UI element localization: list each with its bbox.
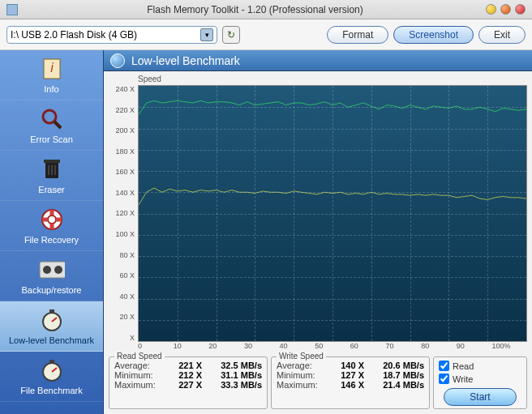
panel-title: Low-level Benchmark xyxy=(131,54,240,67)
refresh-icon: ↻ xyxy=(227,29,235,41)
exit-button[interactable]: Exit xyxy=(478,26,526,44)
label: Maximum: xyxy=(114,380,160,390)
screenshot-label: Screenshot xyxy=(409,29,458,41)
lifebuoy-icon xyxy=(39,207,65,233)
options-box: Read Write Start xyxy=(433,356,527,409)
read-checkbox-input[interactable] xyxy=(439,361,449,371)
svg-rect-15 xyxy=(49,309,54,313)
titlebar: Flash Memory Toolkit - 1.20 (Professiona… xyxy=(0,0,532,19)
svg-point-2 xyxy=(43,110,56,123)
content: i Info Error Scan Eraser File xyxy=(0,50,532,414)
format-label: Format xyxy=(342,29,373,41)
drive-select[interactable]: I:\ USB 2.0 Flash Disk (4 GB) ▾ xyxy=(6,26,217,44)
x-axis: 0102030405060708090100% xyxy=(138,342,527,353)
svg-point-10 xyxy=(48,216,56,224)
main-panel: Low-level Benchmark Speed 240 X220 X200 … xyxy=(104,50,532,414)
trash-icon xyxy=(39,156,65,182)
app-icon xyxy=(6,4,18,15)
svg-point-12 xyxy=(43,266,51,274)
value: 212 X xyxy=(168,370,202,380)
minimize-button[interactable] xyxy=(486,4,496,15)
sidebar-item-eraser[interactable]: Eraser xyxy=(0,151,103,201)
read-legend: Read Speed xyxy=(114,352,165,361)
write-legend: Write Speed xyxy=(277,352,326,361)
value: 31.1 MB/s xyxy=(210,370,262,380)
chart-area: Speed 240 X220 X200 X180 X160 X140 X120 … xyxy=(104,71,532,355)
sidebar-item-label: Backup/restore xyxy=(22,285,82,295)
chart: 240 X220 X200 X180 X160 X140 X120 X100 X… xyxy=(109,85,527,342)
drive-select-value: I:\ USB 2.0 Flash Disk (4 GB) xyxy=(11,29,137,41)
toolbar: I:\ USB 2.0 Flash Disk (4 GB) ▾ ↻ Format… xyxy=(0,19,532,50)
stopwatch-icon xyxy=(110,53,125,68)
window-title: Flash Memory Toolkit - 1.20 (Professiona… xyxy=(24,4,486,15)
svg-point-13 xyxy=(54,266,62,274)
close-button[interactable] xyxy=(515,4,526,15)
label: Average: xyxy=(277,361,322,370)
tape-icon xyxy=(39,257,65,283)
sidebar-item-backup[interactable]: Backup/restore xyxy=(0,251,103,301)
value: 221 X xyxy=(168,361,202,370)
sidebar-item-errorscan[interactable]: Error Scan xyxy=(0,100,103,151)
sidebar-item-filebench[interactable]: File Benchmark xyxy=(0,352,103,402)
start-label: Start xyxy=(470,391,490,403)
sidebar-item-label: Error Scan xyxy=(30,134,73,144)
value: 20.6 MB/s xyxy=(372,361,424,370)
sidebar-item-filerecovery[interactable]: File Recovery xyxy=(0,201,103,251)
format-button[interactable]: Format xyxy=(327,26,388,44)
write-checkbox-input[interactable] xyxy=(439,373,449,384)
label: Minimum: xyxy=(277,370,322,380)
value: 227 X xyxy=(168,380,202,390)
chart-ylabel: Speed xyxy=(138,75,527,83)
panel-header: Low-level Benchmark xyxy=(104,50,532,71)
label: Write xyxy=(453,374,473,384)
stopwatch-icon xyxy=(39,307,65,333)
app-window: Flash Memory Toolkit - 1.20 (Professiona… xyxy=(0,0,532,414)
write-checkbox[interactable]: Write xyxy=(439,373,473,384)
y-axis: 240 X220 X200 X180 X160 X140 X120 X100 X… xyxy=(109,85,138,342)
value: 33.3 MB/s xyxy=(210,380,262,390)
value: 18.7 MB/s xyxy=(372,370,424,380)
screenshot-button[interactable]: Screenshot xyxy=(393,26,474,44)
sidebar-item-lowlevel[interactable]: Low-level Benchmark xyxy=(0,301,103,352)
window-buttons xyxy=(486,4,526,15)
read-speed-box: Read Speed Average:221 X32.5 MB/s Minimu… xyxy=(109,356,268,409)
sidebar-item-info[interactable]: i Info xyxy=(0,50,103,100)
sidebar: i Info Error Scan Eraser File xyxy=(0,50,104,414)
sidebar-item-label: File Benchmark xyxy=(20,386,82,395)
value: 140 X xyxy=(330,361,364,370)
exit-label: Exit xyxy=(494,29,510,41)
sidebar-item-label: File Recovery xyxy=(24,235,79,245)
svg-rect-18 xyxy=(49,360,54,363)
label: Maximum: xyxy=(277,380,322,390)
info-icon: i xyxy=(39,56,65,82)
maximize-button[interactable] xyxy=(500,4,511,15)
svg-text:i: i xyxy=(50,61,54,75)
svg-rect-5 xyxy=(44,160,60,163)
sidebar-item-label: Info xyxy=(44,84,58,94)
start-button[interactable]: Start xyxy=(444,388,517,406)
read-checkbox[interactable]: Read xyxy=(439,361,474,371)
value: 146 X xyxy=(330,380,364,390)
label: Read xyxy=(453,361,474,371)
value: 32.5 MB/s xyxy=(210,361,262,370)
dropdown-icon[interactable]: ▾ xyxy=(200,28,213,41)
magnifier-icon xyxy=(39,106,65,132)
refresh-button[interactable]: ↻ xyxy=(222,26,240,44)
sidebar-item-label: Low-level Benchmark xyxy=(9,335,94,345)
svg-line-3 xyxy=(54,122,61,128)
stats-row: Read Speed Average:221 X32.5 MB/s Minimu… xyxy=(104,355,532,414)
stopwatch-icon xyxy=(39,357,65,383)
label: Average: xyxy=(114,361,160,370)
write-speed-box: Write Speed Average:140 X20.6 MB/s Minim… xyxy=(271,356,430,409)
value: 21.4 MB/s xyxy=(372,380,424,390)
sidebar-item-label: Eraser xyxy=(38,185,64,194)
label: Minimum: xyxy=(114,370,160,380)
value: 127 X xyxy=(330,370,364,380)
plot-area xyxy=(138,85,527,342)
